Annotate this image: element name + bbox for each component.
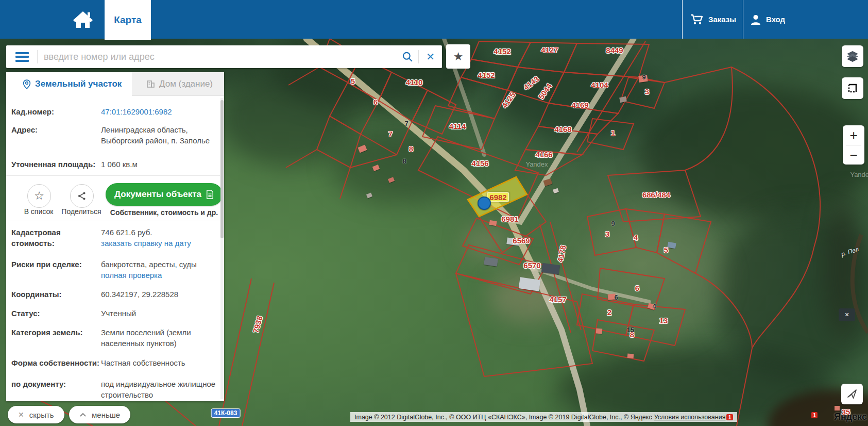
map-label: 4157 (549, 295, 566, 304)
land-category-value: Земли поселений (земли населенных пункто… (101, 327, 220, 349)
address-value: Ленинградская область, Выборгский район,… (101, 124, 220, 146)
measure-icon (847, 83, 858, 94)
docs-button-label: Документы объекта (114, 189, 201, 200)
geolocation-arrow-icon (846, 388, 858, 400)
selected-point-marker (478, 196, 491, 210)
zoom-out-button[interactable]: − (843, 145, 864, 165)
home-icon (72, 10, 94, 29)
map-label: 6 (373, 97, 378, 106)
land-category-label: Категория земель: (11, 327, 98, 338)
zoom-in-button[interactable]: + (843, 125, 864, 145)
home-button[interactable] (68, 7, 98, 32)
building-footprint (627, 354, 634, 359)
close-icon: ✕ (844, 312, 849, 318)
chevron-up-icon (79, 413, 87, 417)
map-label: 9 (611, 220, 615, 227)
map-label: 9 (642, 73, 645, 81)
map-label: 4 (634, 233, 638, 242)
building-footprint (835, 406, 840, 411)
search-icon[interactable] (402, 51, 413, 62)
map-label: 4110 (406, 78, 423, 87)
map-label: Yandex (850, 171, 868, 178)
map-label: 4104 (591, 80, 608, 89)
area-value: 1 060 кв.м (101, 159, 220, 170)
tab-house-building[interactable]: Дом (здание) (132, 72, 224, 96)
menu-button[interactable] (15, 52, 29, 62)
close-icon: ✕ (18, 411, 24, 419)
parcel-info-panel: Земельный участок Дом (здание) Кад.номер… (6, 72, 224, 401)
coordinates-value: 60.342197, 29.228528 (101, 289, 220, 300)
panel-divider (6, 221, 220, 221)
tab-map-label: Карта (114, 14, 142, 26)
map-label: 6570 (523, 261, 540, 270)
less-label: меньше (92, 411, 120, 419)
login-button[interactable]: Вход (750, 0, 785, 39)
map-label: 6569 (513, 236, 530, 245)
map-label: 686/484 (642, 190, 670, 199)
full-check-link[interactable]: полная проверка (101, 270, 220, 281)
building-footprint (596, 329, 603, 334)
collapse-panel-button[interactable]: меньше (69, 406, 130, 423)
ownership-label: Форма собственности: (11, 357, 104, 368)
map-label: 4 (652, 302, 656, 310)
panel-scrollbar[interactable] (220, 98, 224, 399)
zoom-control: + − (843, 125, 864, 165)
add-to-list-button[interactable]: ☆ (27, 184, 51, 208)
panel-scrollbar-thumb[interactable] (220, 100, 224, 238)
login-label: Вход (766, 15, 785, 24)
map-label: 4127 (541, 45, 558, 54)
search-input[interactable] (41, 52, 402, 62)
by-document-label: по документу: (11, 379, 98, 389)
map-label: 4152 (478, 71, 495, 79)
orders-button[interactable]: Заказы (690, 0, 736, 39)
attribution-text: Image © 2012 DigitalGlobe, Inc., © ООО И… (354, 414, 652, 421)
terms-of-use-link[interactable]: Условия использования (654, 414, 726, 421)
cost-reference-link[interactable]: заказать справку на дату (101, 238, 220, 249)
map-label: 1 (811, 412, 818, 418)
location-pin-icon (23, 79, 31, 89)
object-documents-button[interactable]: Документы объекта (106, 183, 223, 206)
map-label: 7 (388, 129, 393, 138)
status-label: Статус: (11, 308, 98, 319)
map-label: 3 (605, 230, 609, 238)
map-label: 4156 (471, 159, 488, 168)
map-label: 2 (607, 308, 611, 317)
map-label: 15 (627, 326, 634, 334)
map-label: 3 (645, 87, 649, 96)
share-icon (77, 191, 87, 201)
area-label: Уточненная площадь: (11, 159, 104, 170)
address-label: Адрес: (11, 124, 98, 135)
map-label: 41К-083 (211, 408, 241, 418)
favorites-button[interactable]: ★ (446, 44, 470, 69)
tab-land-label: Земельный участок (35, 79, 122, 89)
add-to-list-label: В список (18, 207, 59, 216)
measure-button[interactable] (842, 77, 863, 99)
tab-land-parcel[interactable]: Земельный участок (6, 72, 132, 96)
tab-house-label: Дом (здание) (159, 79, 213, 89)
share-button[interactable] (70, 184, 94, 208)
map-label: 6 (635, 284, 639, 292)
yandex-logo[interactable]: Яндекс (834, 412, 867, 422)
attribution-superscript: 1 (726, 414, 733, 420)
clear-search-icon[interactable]: ✕ (419, 51, 442, 63)
collapsed-widget-button[interactable]: ✕ (839, 308, 855, 321)
risks-value: банкротства, аресты, суды полная проверк… (101, 259, 220, 281)
map-label: 8 (409, 144, 413, 153)
hide-label: скрыть (29, 411, 54, 419)
geolocation-button[interactable] (841, 384, 863, 404)
document-icon (206, 190, 214, 199)
hide-panel-button[interactable]: ✕ скрыть (8, 406, 64, 423)
coordinates-label: Координаты: (11, 289, 98, 300)
star-outline-icon: ☆ (34, 189, 44, 203)
map-label: 6 (614, 293, 618, 301)
cadastral-cost-label: Кадастровая стоимость: (11, 227, 98, 249)
cad-number-link[interactable]: 47:01:1629001:6982 (101, 106, 220, 117)
user-icon (750, 14, 761, 25)
map-label: 4168 (554, 125, 571, 134)
map-label: 13 (659, 316, 668, 325)
status-value: Учтенный (101, 308, 220, 319)
tab-map[interactable]: Карта (105, 0, 151, 40)
layers-button[interactable] (842, 45, 863, 67)
map-label: 6981 (501, 215, 518, 223)
app-header: Карта Заказы Вход (0, 0, 868, 39)
